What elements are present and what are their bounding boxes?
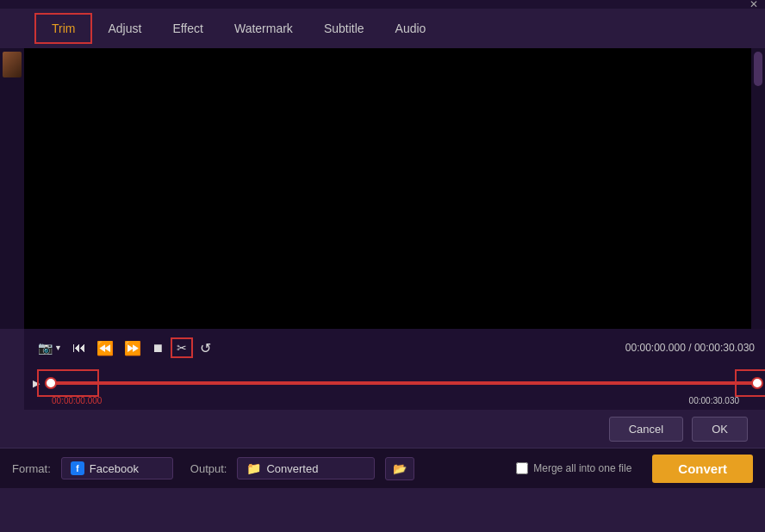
rotate-button[interactable]: ↺ xyxy=(196,337,215,359)
timeline-track: ▶ xyxy=(33,374,756,393)
scrollbar-thumb xyxy=(754,52,762,86)
merge-label: Merge all into one file xyxy=(533,462,631,474)
action-row: Cancel OK xyxy=(0,410,765,448)
stop-button[interactable]: ⏹ xyxy=(148,338,167,357)
skip-fwd-button[interactable]: ⏩ xyxy=(121,337,145,359)
tab-trim[interactable]: Trim xyxy=(34,13,92,44)
right-scrollbar[interactable] xyxy=(751,48,765,329)
skip-back-icon: ⏪ xyxy=(96,341,114,356)
merge-checkbox[interactable] xyxy=(516,462,528,474)
time-end-label: 00:00:30.030 xyxy=(689,396,739,405)
output-selector[interactable]: 📁 Converted xyxy=(237,457,375,479)
browse-icon: 📂 xyxy=(393,462,407,475)
time-start-label: 00:00:00.000 xyxy=(52,396,102,405)
camera-button[interactable]: 📷 ▼ xyxy=(34,338,65,357)
video-player xyxy=(24,48,751,329)
time-display: 00:00:00.000 / 00:00:30.030 xyxy=(625,342,755,354)
controls-bar: 📷 ▼ ⏮ ⏪ ⏩ ⏹ ✂ ↺ 00:00:00.000 / 00:00:30.… xyxy=(24,329,765,367)
scissors-button[interactable]: ✂ xyxy=(171,337,193,358)
cancel-button[interactable]: Cancel xyxy=(609,417,683,442)
camera-dropdown-icon: ▼ xyxy=(54,343,62,352)
tab-adjust[interactable]: Adjust xyxy=(92,15,157,42)
left-handle-container xyxy=(41,369,53,381)
timeline-container: ▶ 00:00:00.000 00:00:30.030 xyxy=(24,367,765,410)
camera-icon: 📷 xyxy=(38,341,53,355)
tab-watermark[interactable]: Watermark xyxy=(219,15,308,42)
rewind-button[interactable]: ⏮ xyxy=(69,337,90,358)
format-selector[interactable]: f Facebook xyxy=(61,457,173,479)
output-value-text: Converted xyxy=(266,462,318,475)
format-value-text: Facebook xyxy=(90,462,139,475)
scissors-icon: ✂ xyxy=(177,341,187,355)
browse-output-button[interactable]: 📂 xyxy=(385,457,414,480)
left-handle[interactable] xyxy=(45,377,57,389)
right-handle-container xyxy=(751,369,763,381)
rewind-icon: ⏮ xyxy=(72,340,86,355)
stop-icon: ⏹ xyxy=(152,341,164,355)
tab-audio[interactable]: Audio xyxy=(380,15,442,42)
convert-button[interactable]: Convert xyxy=(652,455,753,483)
skip-fwd-icon: ⏩ xyxy=(124,341,141,356)
skip-back-button[interactable]: ⏪ xyxy=(93,337,117,359)
tab-bar: Trim Adjust Effect Watermark Subtitle Au… xyxy=(0,9,765,48)
folder-icon: 📁 xyxy=(246,461,261,475)
thumbnail-panel xyxy=(0,48,24,329)
tab-subtitle[interactable]: Subtitle xyxy=(308,15,380,42)
tab-effect[interactable]: Effect xyxy=(157,15,219,42)
format-label: Format: xyxy=(12,462,51,475)
facebook-icon: f xyxy=(71,461,84,475)
merge-section: Merge all into one file xyxy=(516,462,631,474)
close-button[interactable]: ✕ xyxy=(748,0,760,9)
ok-button[interactable]: OK xyxy=(692,417,748,442)
bottom-bar: Format: f Facebook Output: 📁 Converted 📂… xyxy=(0,448,765,488)
rotate-icon: ↺ xyxy=(200,341,211,356)
track-line[interactable] xyxy=(45,381,756,385)
time-labels: 00:00:00.000 00:00:30.030 xyxy=(33,396,756,405)
thumbnail-item xyxy=(3,52,22,77)
output-label: Output: xyxy=(190,462,227,475)
right-handle[interactable] xyxy=(751,377,763,389)
